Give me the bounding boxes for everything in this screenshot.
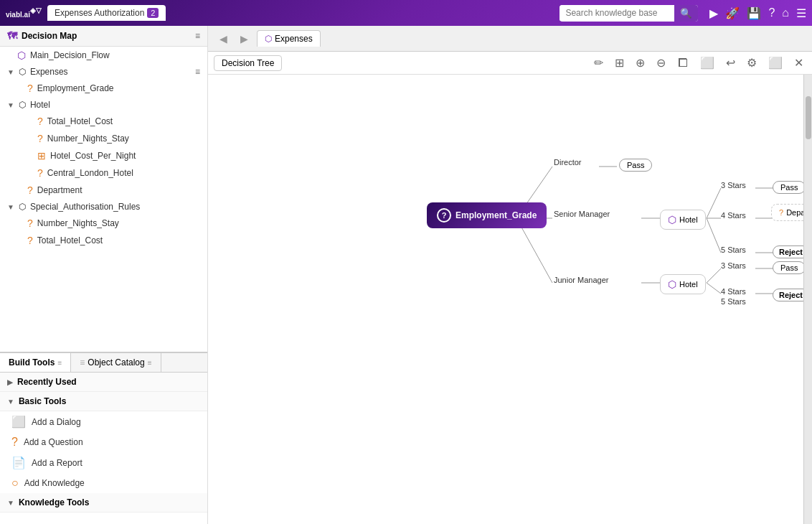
stars-3a-label: 3 Stars <box>721 181 746 190</box>
q-icon-5: ? <box>27 217 33 229</box>
search-button[interactable]: 🔍 <box>674 5 698 22</box>
dept-q-icon: ? <box>779 208 783 217</box>
sp-num-nights-item[interactable]: ? Number_Nights_Stay <box>0 215 207 232</box>
map-icon: 🗺 <box>7 30 17 42</box>
q-icon-2: ? <box>37 133 43 144</box>
recently-caret-icon: ▶ <box>7 378 13 386</box>
expenses-node[interactable]: ▼ ⬡ Expenses ≡ <box>0 64 207 80</box>
stars-5a-label: 5 Stars <box>721 245 746 254</box>
grid-icon: ⊞ <box>37 150 46 162</box>
expenses-tab[interactable]: ⬡ Expenses <box>257 30 321 47</box>
knowledge-tools-section[interactable]: ▼ Knowledge Tools <box>0 493 207 513</box>
stars-4a-label: 4 Stars <box>721 211 746 220</box>
number-nights-item[interactable]: ? Number_Nights_Stay <box>0 130 207 147</box>
director-label: Director <box>554 158 582 167</box>
special-auth-node[interactable]: ▼ ⬡ Special_Authorisation_Rules <box>0 199 207 215</box>
decision-tree-subtab[interactable]: Decision Tree <box>214 55 282 71</box>
search-input[interactable] <box>560 5 674 21</box>
grid-button[interactable]: ⊞ <box>612 55 627 71</box>
hotel-senior-icon: ⬡ <box>668 214 676 225</box>
add-report-item[interactable]: 📄 Add a Report <box>0 452 207 473</box>
build-tools-menu-icon[interactable]: ≡ <box>57 359 62 367</box>
junior-manager-label: Junior Manager <box>554 276 608 284</box>
add-question-item[interactable]: ? Add a Question <box>0 432 207 452</box>
help-icon[interactable]: ? <box>768 6 775 19</box>
svg-line-5 <box>707 188 721 218</box>
q-icon-3: ? <box>37 167 43 179</box>
add-report-icon: 📄 <box>11 456 26 469</box>
settings-button[interactable]: ⚙ <box>744 55 760 71</box>
director-pass-node[interactable]: Pass <box>619 159 652 172</box>
flow-icon: ⬡ <box>17 50 26 61</box>
special-caret-icon: ▼ <box>7 203 14 211</box>
canvas-toolbar: Decision Tree ✏ ⊞ ⊕ ⊖ ⧠ ⬜ ↩ ⚙ ⬜ ✕ <box>208 52 812 75</box>
stars-3b-label: 3 Stars <box>721 261 746 270</box>
active-tab[interactable]: Expenses Authorization 2 <box>47 5 166 21</box>
employment-grade-item[interactable]: ? Employment_Grade <box>0 80 207 97</box>
caret-down-icon: ▼ <box>7 68 14 76</box>
hotel-junior-node[interactable]: ⬡ Hotel <box>660 274 706 294</box>
stars-5b-label: 5 Stars <box>721 297 746 306</box>
svg-line-18 <box>707 283 721 294</box>
fit-button[interactable]: ⧠ <box>674 55 691 71</box>
close-button[interactable]: ✕ <box>791 55 806 71</box>
hotel-node[interactable]: ▼ ⬡ Hotel <box>0 97 207 113</box>
q-icon-4: ? <box>27 184 33 196</box>
sp-total-cost-item[interactable]: ? Total_Hotel_Cost <box>0 232 207 249</box>
recently-used-section[interactable]: ▶ Recently Used <box>0 373 207 392</box>
stars3-pass-node[interactable]: Pass <box>773 181 806 194</box>
main-layout: 🗺 Decision Map ≡ ⬡ Main_Decision_Flow ▼ … <box>0 26 812 524</box>
add-question-icon: ? <box>11 436 18 449</box>
panel-header: 🗺 Decision Map ≡ <box>0 26 207 47</box>
scrollbar-thumb <box>806 96 811 139</box>
fullscreen-button[interactable]: ⬜ <box>697 55 717 71</box>
hotel-senior-node[interactable]: ⬡ Hotel <box>660 210 706 230</box>
zoom-out-button[interactable]: ⊖ <box>653 55 669 71</box>
dialog-icon: ⬜ <box>11 415 26 429</box>
employment-grade-node[interactable]: ? Employment_Grade <box>427 202 547 228</box>
decision-tree-canvas[interactable]: ? Employment_Grade Director Pass Senior … <box>208 75 812 524</box>
knowledge-caret-icon: ▼ <box>7 499 14 507</box>
right-panel: ◀ ▶ ⬡ Expenses Decision Tree ✏ ⊞ ⊕ ⊖ ⧠ ⬜… <box>208 26 812 524</box>
central-london-item[interactable]: ? Central_London_Hotel <box>0 164 207 182</box>
department-item[interactable]: ? Department <box>0 182 207 199</box>
stars-4b5b-label: 4 Stars <box>721 286 746 298</box>
canvas-scrollbar[interactable] <box>803 75 812 524</box>
expenses-menu-icon[interactable]: ≡ <box>195 67 200 77</box>
senior-manager-label: Senior Manager <box>554 210 610 218</box>
edit-button[interactable]: ✏ <box>591 55 606 71</box>
menu-icon[interactable]: ☰ <box>796 6 806 20</box>
play-icon[interactable]: ▶ <box>709 6 718 20</box>
basic-tools-section[interactable]: ▼ Basic Tools <box>0 392 207 411</box>
add-dialog-item[interactable]: ⬜ Add a Dialog <box>0 411 207 432</box>
stars3b-pass-node[interactable]: Pass <box>773 261 806 274</box>
save-icon[interactable]: 💾 <box>747 6 761 20</box>
back-button[interactable]: ◀ <box>215 32 232 46</box>
add-knowledge-icon: ○ <box>11 477 19 490</box>
employment-q-icon: ? <box>437 208 451 223</box>
object-catalog-tab[interactable]: ≡ Object Catalog ≡ <box>71 353 161 372</box>
build-tools-tab[interactable]: Build Tools ≡ <box>0 353 71 372</box>
total-hotel-cost-item[interactable]: ? Total_Hotel_Cost <box>0 113 207 130</box>
hotel-caret-icon: ▼ <box>7 101 14 109</box>
svg-line-7 <box>707 218 721 253</box>
left-panel: 🗺 Decision Map ≡ ⬡ Main_Decision_Flow ▼ … <box>0 26 208 524</box>
add-knowledge-item[interactable]: ○ Add Knowledge <box>0 473 207 493</box>
hotel-icon: ⬡ <box>19 100 26 110</box>
q-icon-6: ? <box>27 235 33 246</box>
svg-line-17 <box>707 268 721 283</box>
zoom-in-button[interactable]: ⊕ <box>633 55 648 71</box>
panel-menu-icon[interactable]: ≡ <box>195 31 200 41</box>
expenses-icon: ⬡ <box>19 67 26 77</box>
hotel-cost-per-night-item[interactable]: ⊞ Hotel_Cost_Per_Night <box>0 147 207 164</box>
undo-button[interactable]: ↩ <box>723 55 738 71</box>
forward-button[interactable]: ▶ <box>236 32 252 46</box>
panel-button[interactable]: ⬜ <box>765 55 785 71</box>
topbar-icons: ▶ 🚀 💾 ? ⌂ ☰ <box>709 6 806 20</box>
basic-caret-icon: ▼ <box>7 398 14 406</box>
catalog-menu-icon[interactable]: ≡ <box>148 359 152 367</box>
question-icon: ? <box>27 83 33 94</box>
rocket-icon[interactable]: 🚀 <box>725 6 740 20</box>
home-icon[interactable]: ⌂ <box>782 6 789 19</box>
main-decision-flow[interactable]: ⬡ Main_Decision_Flow <box>0 47 207 64</box>
